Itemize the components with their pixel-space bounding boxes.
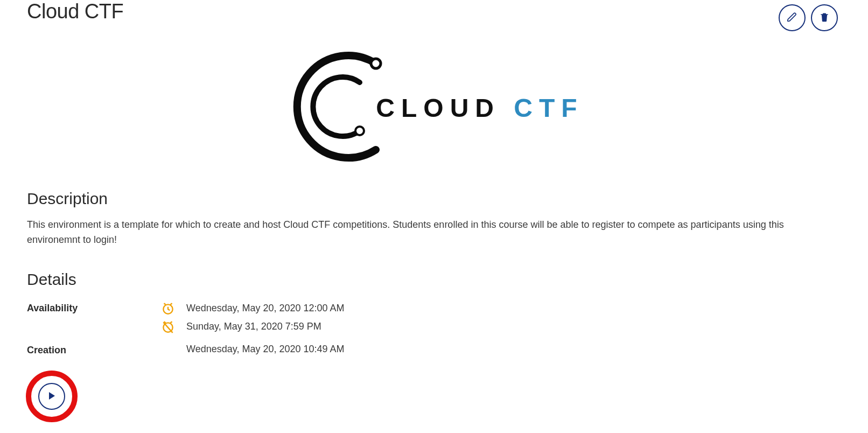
edit-button[interactable] xyxy=(779,4,806,31)
details-heading: Details xyxy=(27,270,841,289)
clock-off-icon xyxy=(160,320,176,334)
clock-on-icon xyxy=(160,302,176,316)
availability-label: Availability xyxy=(27,298,160,318)
availability-start-value: Wednesday, May 20, 2020 12:00 AM xyxy=(186,303,345,314)
header-actions xyxy=(779,0,841,31)
description-heading: Description xyxy=(27,190,841,208)
play-button[interactable] xyxy=(38,383,65,410)
svg-point-0 xyxy=(371,59,381,68)
availability-end-value: Sunday, May 31, 2020 7:59 PM xyxy=(186,321,321,332)
play-icon xyxy=(48,392,55,401)
delete-button[interactable] xyxy=(811,4,838,31)
pencil-icon xyxy=(787,12,797,24)
description-body: This environment is a template for which… xyxy=(27,218,835,248)
page-title: Cloud CTF xyxy=(27,0,123,23)
availability-row: Availability Wednesday, May 20, 2020 12:… xyxy=(27,298,841,337)
logo-word-cloud: CLOUD xyxy=(376,94,500,122)
creation-row: Creation Wednesday, May 20, 2020 10:49 A… xyxy=(27,340,841,360)
svg-marker-5 xyxy=(49,392,55,400)
logo-text: CLOUD CTF xyxy=(376,93,583,123)
creation-label: Creation xyxy=(27,340,160,360)
trash-icon xyxy=(819,12,830,24)
play-highlight-wrap xyxy=(26,371,78,422)
logo-word-ctf: CTF xyxy=(514,94,583,122)
logo-area: CLOUD CTF xyxy=(27,47,841,168)
creation-value: Wednesday, May 20, 2020 10:49 AM xyxy=(186,344,345,355)
svg-point-1 xyxy=(355,127,364,135)
